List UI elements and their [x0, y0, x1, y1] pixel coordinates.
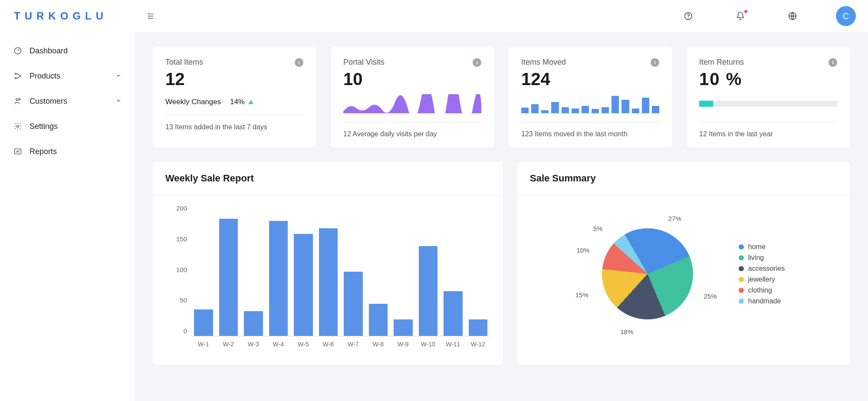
chevron-down-icon [115, 72, 122, 81]
legend-label: handmade [748, 297, 781, 305]
products-icon [13, 71, 23, 81]
card-item-returns: Item Returns i 10 % 12 Items in the last… [686, 46, 851, 148]
legend-item: living [739, 254, 785, 262]
avatar[interactable]: C [836, 6, 856, 26]
bar [219, 219, 238, 336]
reports-icon [13, 147, 23, 156]
info-icon[interactable]: i [295, 58, 303, 67]
card-label: Total Items [165, 58, 203, 67]
x-tick-label: W-9 [394, 341, 413, 348]
card-label: Item Returns [699, 58, 744, 67]
metrics-grid: Total Items i 12 Weekly Changes 14% 13 I… [152, 46, 851, 148]
legend-dot-icon [739, 277, 744, 282]
card-sub: 123 Items moved in the last month [521, 122, 659, 138]
card-sub: 12 Items in the last year [699, 122, 837, 138]
weekly-pct: 14% [230, 98, 245, 106]
sparkline-chart [343, 94, 481, 113]
sale-summary-piechart: 27%25%18%15%10%5% homelivingaccessoriesj… [517, 196, 850, 356]
sidebar-item-label: Dashboard [30, 46, 68, 56]
help-button[interactable] [680, 7, 697, 25]
mini-bar [562, 107, 569, 113]
bar [469, 319, 488, 336]
sidebar-item-label: Products [30, 72, 60, 81]
card-value: 10 % [699, 69, 837, 89]
legend-label: jewellery [748, 276, 775, 283]
card-value: 12 [165, 69, 303, 89]
x-tick-label: W-10 [419, 341, 438, 348]
mini-bar [602, 107, 609, 113]
legend-dot-icon [739, 266, 744, 271]
x-tick-label: W-1 [194, 341, 213, 348]
bar [369, 304, 388, 336]
info-icon[interactable]: i [651, 58, 659, 67]
sidebar-item-label: Reports [30, 147, 57, 156]
card-value: 124 [521, 69, 659, 89]
trend-up-icon [248, 100, 253, 104]
pie-slice-label: 5% [593, 225, 603, 232]
mini-bar [572, 108, 579, 113]
svg-point-4 [16, 99, 18, 101]
mini-bar [621, 100, 629, 113]
panel-title: Sale Summary [517, 161, 850, 196]
legend-dot-icon [739, 299, 744, 304]
mini-bar [642, 98, 649, 113]
bar [194, 309, 213, 336]
legend-item: jewellery [739, 276, 785, 283]
content: Total Items i 12 Weekly Changes 14% 13 I… [135, 32, 868, 401]
gear-icon [13, 122, 23, 131]
sidebar-item-label: Customers [30, 97, 67, 106]
sidebar-item-products[interactable]: Products [4, 63, 130, 89]
progress-meter [699, 94, 837, 113]
legend-item: clothing [739, 286, 785, 294]
language-button[interactable] [784, 7, 801, 25]
sidebar-item-customers[interactable]: Customers [4, 89, 130, 114]
panel-sale-summary: Sale Summary 27%25%18%15%10%5% homelivin… [516, 161, 851, 365]
x-tick-label: W-11 [444, 341, 463, 348]
sidebar: TURKOGLU Dashboard Products Customers Se… [0, 0, 135, 401]
mini-bar [521, 108, 529, 113]
sidebar-nav: Dashboard Products Customers Settings Re… [0, 32, 135, 170]
pie-slice-label: 27% [668, 215, 681, 222]
legend-label: home [748, 243, 766, 251]
mini-bar [652, 106, 659, 113]
card-portal-visits: Portal Visits i 10 12 Average daily visi… [330, 46, 495, 148]
card-label: Items Moved [521, 58, 566, 67]
legend-label: clothing [748, 286, 772, 294]
bar [394, 319, 413, 336]
x-tick-label: W-2 [219, 341, 238, 348]
pie-slice-label: 10% [576, 247, 589, 254]
chevron-down-icon [115, 97, 122, 106]
legend-label: accessories [748, 265, 785, 273]
x-tick-label: W-5 [294, 341, 313, 348]
info-icon[interactable]: i [473, 58, 481, 67]
topbar: C [135, 0, 868, 32]
card-sub: 13 Items added in the last 7 days [165, 115, 303, 131]
svg-point-9 [688, 18, 689, 18]
notifications-button[interactable] [732, 7, 749, 25]
mini-bar [612, 96, 619, 113]
legend-item: accessories [739, 265, 785, 273]
pie-slice-label: 18% [620, 328, 633, 335]
mini-bar [632, 108, 639, 113]
svg-point-5 [19, 99, 20, 100]
x-tick-label: W-6 [319, 341, 338, 348]
menu-toggle-button[interactable] [144, 10, 157, 23]
dashboard-icon [13, 46, 23, 56]
sidebar-item-reports[interactable]: Reports [4, 139, 130, 164]
bar [444, 291, 463, 336]
x-tick-label: W-7 [344, 341, 363, 348]
weekly-sale-barchart: 200150100500 W-1W-2W-3W-4W-5W-6W-7W-8W-9… [165, 204, 490, 348]
pie-slice-label: 15% [575, 291, 589, 299]
info-icon[interactable]: i [829, 58, 837, 67]
weekly-changes: Weekly Changes 14% [165, 98, 303, 106]
sidebar-item-settings[interactable]: Settings [4, 114, 130, 139]
mini-bar [531, 104, 539, 113]
sidebar-item-dashboard[interactable]: Dashboard [4, 38, 130, 63]
brand-logo: TURKOGLU [0, 0, 135, 32]
card-value: 10 [343, 69, 481, 89]
panels-grid: Weekly Sale Report 200150100500 W-1W-2W-… [152, 161, 851, 365]
weekly-label: Weekly Changes [165, 98, 221, 106]
x-tick-label: W-4 [269, 341, 288, 348]
customers-icon [13, 96, 23, 106]
bar [269, 221, 288, 336]
